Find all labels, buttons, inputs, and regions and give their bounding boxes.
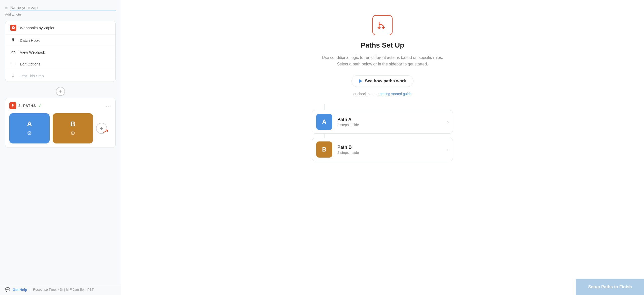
paths-list: A Path A 2 steps inside › B Path B 2 ste… (312, 104, 453, 161)
path-a-list-icon: A (316, 114, 332, 130)
main-title: Paths Set Up (361, 41, 404, 49)
step-webhooks-label: Webhooks by Zapier (20, 26, 54, 30)
pencil-icon: ✏ (5, 6, 8, 10)
zap-name-row: ✏ (5, 5, 116, 11)
path-b-chevron-icon: › (447, 147, 449, 153)
path-a-steps: 2 steps inside (337, 123, 442, 127)
path-b-list-letter: B (322, 146, 326, 153)
step-edit-options[interactable]: Edit Options (5, 58, 115, 70)
footer-response-time: Response Time: ~2h | M-F 9am-5pm PST (33, 288, 94, 291)
paths-check-icon: ✓ (38, 103, 42, 108)
path-a-name: Path A (337, 117, 442, 122)
add-step-connector: + (5, 87, 116, 96)
paths-header-left: 2. PATHS ✓ (9, 102, 42, 109)
paths-header: 2. PATHS ✓ ··· (9, 102, 111, 109)
chat-icon: 💬 (5, 287, 10, 292)
sidebar-footer: 💬 Get Help | Response Time: ~2h | M-F 9a… (0, 284, 121, 295)
main-desc-line1: Use conditional logic to run different a… (322, 55, 443, 60)
step-view-webhook-label: View Webhook (20, 50, 45, 54)
path-a-list-item[interactable]: A Path A 2 steps inside › (312, 110, 453, 134)
step-catch-hook[interactable]: Catch Hook (5, 34, 115, 46)
connector-middle (324, 134, 325, 138)
setup-paths-finish-button[interactable]: Setup Paths to Finish (576, 279, 644, 295)
see-how-paths-button[interactable]: See how paths work (351, 75, 413, 87)
see-how-paths-label: See how paths work (365, 79, 406, 84)
step-catch-hook-label: Catch Hook (20, 38, 40, 43)
or-check-text: or check out our getting started guide (353, 92, 411, 96)
paths-badge-icon (9, 102, 16, 109)
path-a-gear-icon: ⚙ (27, 130, 32, 137)
flask-icon (10, 73, 16, 78)
footer-divider: | (30, 288, 31, 292)
path-b-list-icon: B (316, 141, 332, 158)
lines-icon (10, 62, 16, 66)
main-desc-line2: Select a path below or in the sidebar to… (337, 62, 428, 66)
webhook-icon (10, 25, 16, 31)
zap-name-input[interactable] (10, 5, 116, 11)
main-description: Use conditional logic to run different a… (322, 54, 443, 67)
paths-more-button[interactable]: ··· (106, 103, 111, 109)
step-view-webhook[interactable]: View Webhook (5, 46, 115, 58)
getting-started-guide-link[interactable]: getting started guide (380, 92, 412, 96)
sidebar: ✏ Add a note Webhooks by Zapier Catch Ho… (0, 0, 121, 295)
paths-grid: A ⚙ B ⚙ + ↗ (9, 113, 111, 143)
step-edit-options-label: Edit Options (20, 62, 41, 66)
path-a-box[interactable]: A ⚙ (9, 113, 50, 143)
path-a-list-letter: A (322, 118, 326, 125)
path-a-letter: A (27, 120, 32, 128)
step1-card: Webhooks by Zapier Catch Hook View Webho… (5, 21, 116, 82)
path-a-chevron-icon: › (447, 119, 449, 125)
connector-top (324, 104, 325, 110)
path-b-gear-icon: ⚙ (70, 130, 75, 137)
path-b-box[interactable]: B ⚙ (53, 113, 93, 143)
path-b-letter: B (70, 120, 75, 128)
add-path-button[interactable]: + ↗ (96, 123, 107, 134)
step-webhooks[interactable]: Webhooks by Zapier (5, 21, 115, 34)
step-test: Test This Step (5, 70, 115, 82)
path-b-list-item[interactable]: B Path B 2 steps inside › (312, 138, 453, 161)
path-a-list-info: Path A 2 steps inside (337, 117, 442, 127)
path-b-name: Path B (337, 145, 442, 150)
paths-setup-icon (372, 15, 393, 35)
play-icon (359, 79, 362, 83)
bolt-icon (10, 38, 16, 43)
main-content: Paths Set Up Use conditional logic to ru… (121, 0, 644, 295)
path-b-steps: 2 steps inside (337, 151, 442, 155)
paths-label: 2. PATHS (18, 104, 36, 108)
paths-card: 2. PATHS ✓ ··· A ⚙ B ⚙ + ↗ (5, 98, 116, 148)
red-arrow-annotation: ↗ (102, 126, 110, 136)
get-help-link[interactable]: Get Help (13, 288, 27, 292)
link-icon (10, 50, 16, 54)
add-step-button[interactable]: + (56, 87, 65, 96)
step-test-label: Test This Step (20, 74, 44, 78)
path-b-list-info: Path B 2 steps inside (337, 145, 442, 155)
add-note-link[interactable]: Add a note (5, 13, 116, 16)
